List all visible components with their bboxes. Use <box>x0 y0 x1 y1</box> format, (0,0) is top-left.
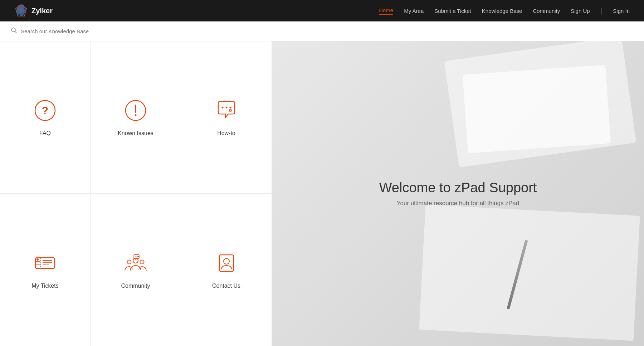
nav-sign-in[interactable]: Sign In <box>613 8 630 14</box>
my-tickets-label: My Tickets <box>31 283 59 289</box>
hero-title: Welcome to zPad Support <box>379 180 537 196</box>
svg-point-25 <box>127 260 131 264</box>
nav-sign-up[interactable]: Sign Up <box>571 8 590 14</box>
contact-us-label: Contact Us <box>212 283 240 289</box>
how-to-icon: ? <box>214 98 239 123</box>
nav-knowledge-base[interactable]: Knowledge Base <box>482 8 522 14</box>
search-bar <box>0 21 644 41</box>
how-to-label: How-to <box>217 130 235 137</box>
contact-us-cell[interactable]: Contact Us <box>181 194 272 346</box>
svg-point-28 <box>137 256 137 257</box>
my-tickets-cell[interactable]: My Tickets <box>0 194 91 346</box>
community-icon <box>123 251 148 276</box>
svg-point-13 <box>229 107 231 108</box>
search-icon <box>11 27 17 35</box>
svg-point-10 <box>135 114 137 116</box>
nav-community[interactable]: Community <box>533 8 560 14</box>
known-issues-cell[interactable]: Known Issues <box>91 41 181 194</box>
svg-text:?: ? <box>42 104 48 116</box>
svg-text:?: ? <box>229 109 231 113</box>
svg-point-12 <box>225 107 227 108</box>
main-content: ? FAQ Known Issues ? How-t <box>0 41 644 346</box>
nav-submit-ticket[interactable]: Submit a Ticket <box>434 8 471 14</box>
brand[interactable]: Zylker <box>14 4 53 18</box>
faq-label: FAQ <box>39 130 51 137</box>
nav-links: Home My Area Submit a Ticket Knowledge B… <box>379 7 630 15</box>
community-cell[interactable]: Community <box>91 194 181 346</box>
nav-home[interactable]: Home <box>379 7 393 15</box>
hero-text-block: Welcome to zPad Support Your ultimate re… <box>379 180 537 207</box>
known-issues-icon <box>123 98 148 123</box>
nav-my-area[interactable]: My Area <box>404 8 424 14</box>
svg-point-11 <box>221 107 223 108</box>
svg-point-29 <box>138 256 139 257</box>
faq-cell[interactable]: ? FAQ <box>0 41 91 194</box>
community-label: Community <box>121 283 150 289</box>
svg-point-26 <box>140 260 144 264</box>
svg-point-27 <box>136 256 136 257</box>
hero-subtitle: Your ultimate resource hub for all thing… <box>379 200 537 207</box>
category-grid: ? FAQ Known Issues ? How-t <box>0 41 272 346</box>
svg-point-31 <box>224 258 229 264</box>
hero-section: Welcome to zPad Support Your ultimate re… <box>272 41 644 346</box>
how-to-cell[interactable]: ? How-to <box>181 41 272 194</box>
my-tickets-icon <box>33 251 58 276</box>
svg-point-23 <box>36 258 39 261</box>
brand-name: Zylker <box>31 7 53 15</box>
faq-icon: ? <box>33 98 58 123</box>
zylker-logo-icon <box>14 4 28 18</box>
navbar: Zylker Home My Area Submit a Ticket Know… <box>0 0 644 21</box>
contact-us-icon <box>214 251 239 276</box>
deco-shape-2 <box>463 65 611 153</box>
nav-divider: | <box>601 7 602 15</box>
svg-line-5 <box>15 31 17 33</box>
deco-shape-3 <box>419 205 640 341</box>
search-input[interactable] <box>21 28 633 34</box>
known-issues-label: Known Issues <box>118 130 153 137</box>
